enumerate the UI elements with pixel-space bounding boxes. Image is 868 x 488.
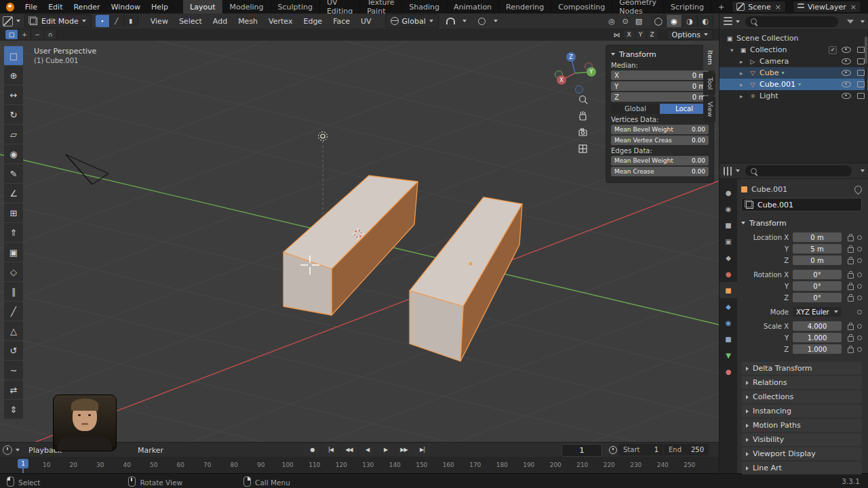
animate-decorator-icon[interactable] [857, 247, 862, 251]
prop-value-field[interactable]: XYZ Euler [793, 307, 842, 317]
material-shading-button[interactable]: ◑ [682, 15, 698, 27]
timeline-ruler[interactable]: 1020304050607080901001101201301401501601… [0, 457, 719, 474]
outliner-item-cube[interactable]: ▸ ▽ Cube ▾ [719, 67, 868, 79]
animate-decorator-icon[interactable] [857, 310, 862, 314]
properties-tab-output[interactable]: ■ [719, 217, 737, 233]
tool-annotate[interactable]: ✎ [4, 164, 23, 183]
npanel-header[interactable]: Transform [611, 49, 709, 60]
properties-tab-tool[interactable]: ● [719, 184, 737, 201]
tool-knife[interactable]: ╱ [4, 302, 23, 321]
outliner-item-collection[interactable]: ▾ ▣ Collection [719, 44, 868, 56]
hide-in-viewport-eye-icon[interactable] [842, 58, 851, 64]
menu-mesh[interactable]: Mesh [233, 17, 263, 26]
blender-logo-icon[interactable] [6, 3, 14, 12]
tool-move[interactable]: ↔ [4, 85, 23, 104]
menu-edge[interactable]: Edge [298, 17, 328, 26]
editor-type-button[interactable] [3, 15, 20, 27]
lock-icon[interactable] [848, 336, 854, 342]
workspace-tab-layout[interactable]: Layout [183, 0, 222, 14]
lock-icon[interactable] [848, 259, 854, 264]
animate-decorator-icon[interactable] [857, 235, 862, 240]
viewport-3d[interactable]: User Perspective (1) Cube.001 □ ⊕ ↔ ↻ ▱ … [0, 41, 719, 442]
snap-menu-button[interactable] [458, 15, 471, 27]
menu-vertex[interactable]: Vertex [263, 17, 298, 26]
hide-in-viewport-eye-icon[interactable] [842, 70, 851, 76]
disable-in-render-camera-icon[interactable] [857, 70, 865, 76]
properties-tab-object[interactable]: ■ [719, 282, 737, 298]
unlink-scene-icon[interactable] [775, 3, 781, 12]
menu-view[interactable]: View [145, 17, 174, 26]
tool-cursor[interactable]: ⊕ [4, 66, 23, 85]
properties-tab-material[interactable]: ● [719, 363, 737, 380]
outliner-search-input[interactable] [745, 16, 838, 27]
vertex-select-button[interactable]: ∙ [96, 15, 110, 27]
outliner-filter-button[interactable] [844, 16, 857, 28]
preview-range-button[interactable] [606, 444, 620, 456]
npanel-tab-item[interactable]: Item [703, 45, 715, 70]
prop-value-field[interactable]: 0 m [793, 232, 842, 242]
mean-bevel-weight-field[interactable]: Mean Bevel Weight 0.00 [611, 156, 709, 165]
menu-help[interactable]: Help [146, 3, 174, 12]
cube-mesh-1[interactable] [283, 176, 418, 315]
current-frame-field[interactable]: 1 [561, 444, 602, 457]
properties-tab-render[interactable]: ◉ [719, 201, 737, 217]
tool-inset-faces[interactable]: ▣ [4, 243, 23, 262]
tool-select-box[interactable]: □ [4, 46, 23, 65]
play-button[interactable]: ▶ [377, 444, 394, 455]
workspace-tab-uv-editing[interactable]: UV Editing [320, 0, 360, 14]
tool-measure[interactable]: ∠ [4, 184, 23, 203]
menu-marker[interactable]: Marker [132, 446, 169, 455]
prop-value-field[interactable]: 1.000 [793, 333, 842, 342]
play-reverse-button[interactable]: ◀ [359, 444, 376, 455]
select-intersect-button[interactable]: ∩ [44, 30, 57, 39]
mean-vertex-creas-field[interactable]: Mean Vertex Creas 0.00 [611, 136, 709, 145]
properties-tab-constraints[interactable]: ■ [719, 331, 737, 347]
menu-uv[interactable]: UV [355, 17, 377, 26]
remove-viewlayer-icon[interactable] [850, 3, 856, 12]
animate-decorator-icon[interactable] [857, 284, 862, 289]
transform-section-header[interactable]: Transform [741, 217, 862, 229]
workspace-tab-modeling[interactable]: Modeling [223, 0, 271, 14]
properties-search-input[interactable] [745, 165, 852, 176]
tool-shrink-fatten[interactable]: ⇕ [4, 400, 23, 419]
workspace-tab-sculpting[interactable]: Sculpting [271, 0, 320, 14]
mean-bevel-weight-field[interactable]: Mean Bevel Weight 0.00 [611, 125, 709, 134]
disable-in-render-camera-icon[interactable] [857, 58, 865, 64]
outliner-editor-button[interactable] [724, 16, 740, 28]
tool-bevel[interactable]: ◇ [4, 262, 23, 281]
workspace-tab-rendering[interactable]: Rendering [499, 0, 551, 14]
hide-in-viewport-eye-icon[interactable] [842, 81, 851, 87]
prop-value-field[interactable]: 1.000 [793, 344, 842, 354]
disclosure-icon[interactable]: ▸ [740, 93, 748, 100]
prev-keyframe-button[interactable]: ◀◀ [340, 444, 357, 455]
outliner-item-camera[interactable]: ▸ ▷ Camera [719, 56, 868, 67]
orientation-global-button[interactable]: Global [611, 104, 660, 114]
breadcrumb-object-name[interactable]: Cube.001 [751, 185, 787, 194]
viewlayer-selector[interactable]: ViewLayer [793, 1, 861, 13]
camera-object[interactable] [66, 155, 108, 184]
menu-add[interactable]: Add [208, 17, 233, 26]
gizmo-neg-z-ball[interactable] [576, 86, 583, 94]
workspace-tab-texture-paint[interactable]: Texture Paint [360, 0, 402, 14]
workspace-tab-11[interactable]: + [711, 0, 732, 14]
ortho-grid-icon[interactable] [579, 145, 587, 152]
workspace-tab-geometry-nodes[interactable]: Geometry Nodes [612, 0, 664, 14]
select-new-button[interactable]: □ [5, 30, 18, 39]
animate-decorator-icon[interactable] [857, 258, 862, 263]
properties-editor-button[interactable] [724, 165, 740, 177]
zoom-icon[interactable] [580, 96, 588, 104]
auto-keying-button[interactable]: ● [304, 444, 321, 455]
properties-tab-object-data[interactable]: ▼ [719, 347, 737, 363]
toggle-xray-button[interactable]: ▧ [632, 15, 646, 27]
properties-tab-view-layer[interactable]: ▣ [719, 233, 737, 249]
section-relations[interactable]: Relations [741, 376, 862, 389]
timeline-editor-button[interactable] [3, 444, 20, 456]
section-line-art[interactable]: Line Art [741, 462, 862, 474]
end-frame-field[interactable]: End 250 [664, 444, 709, 455]
workspace-tab-animation[interactable]: Animation [447, 0, 499, 14]
mirror-z-button[interactable]: Z [647, 30, 658, 39]
wireframe-shading-button[interactable]: ◯ [651, 15, 667, 27]
snap-toggle-button[interactable] [444, 15, 458, 27]
orientation-local-button[interactable]: Local [660, 104, 709, 114]
options-dropdown[interactable]: Options [667, 29, 713, 40]
